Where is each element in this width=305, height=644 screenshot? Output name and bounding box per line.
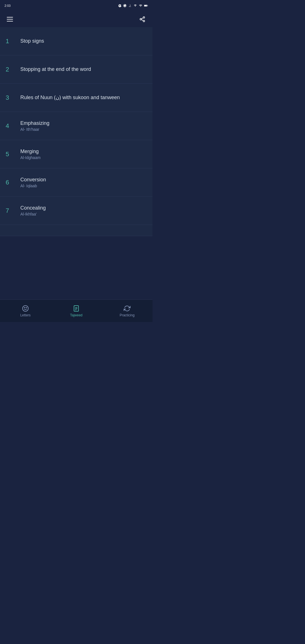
- nav-item-tajweed[interactable]: Tajweed: [65, 305, 88, 317]
- item-content: Stopping at the end of the word: [20, 66, 147, 73]
- menu-line-2: [7, 19, 13, 19]
- nav-label-letters: Letters: [20, 313, 31, 317]
- wifi-icon: [133, 4, 137, 7]
- item-number: 5: [6, 151, 16, 158]
- letters-icon: [22, 305, 29, 312]
- vpn-icon: [123, 4, 127, 7]
- list-item[interactable]: 2 Stopping at the end of the word: [0, 55, 152, 84]
- item-content: Concealing Al-Ikhfaa': [20, 205, 147, 216]
- item-title: Stop signs: [20, 38, 147, 44]
- book-icon: [73, 305, 80, 312]
- item-title: Concealing: [20, 205, 147, 211]
- svg-line-7: [141, 18, 143, 19]
- refresh-icon: [123, 305, 131, 312]
- item-content: Rules of Nuun (ن) with sukoon and tanwee…: [20, 94, 147, 101]
- item-number: 3: [6, 94, 16, 101]
- item-number: 1: [6, 38, 16, 45]
- list-item[interactable]: 4 Emphasizing Al- Ith'haar: [0, 112, 152, 140]
- share-button[interactable]: [137, 14, 148, 25]
- item-subtitle: Al- Iqlaab: [20, 184, 147, 188]
- item-content: Emphasizing Al- Ith'haar: [20, 120, 147, 132]
- item-subtitle: Al-Ikhfaa': [20, 212, 147, 216]
- app-bar: [0, 11, 152, 27]
- signal-icon: [139, 4, 142, 7]
- item-number: 4: [6, 122, 16, 130]
- nav-label-practicing: Practicing: [120, 313, 135, 317]
- download-icon: [128, 4, 132, 7]
- list-item[interactable]: 7 Concealing Al-Ikhfaa': [0, 197, 152, 225]
- bottom-nav: Letters Tajweed Practicing: [0, 299, 152, 322]
- main-content: 1 Stop signs 2 Stopping at the end of th…: [0, 27, 152, 322]
- list-item[interactable]: 1 Stop signs: [0, 27, 152, 55]
- item-title: Stopping at the end of the word: [20, 66, 147, 73]
- item-title: Conversion: [20, 177, 147, 183]
- nav-label-tajweed: Tajweed: [70, 313, 82, 317]
- status-bar: 2:03: [0, 0, 152, 11]
- item-number: 6: [6, 179, 16, 186]
- item-number: 2: [6, 66, 16, 73]
- svg-point-9: [26, 307, 27, 308]
- nav-item-letters[interactable]: Letters: [14, 305, 37, 317]
- list-item[interactable]: 3 Rules of Nuun (ن) with sukoon and tanw…: [0, 84, 152, 112]
- status-icons: [118, 4, 148, 7]
- item-content: Merging Al-Idghaam: [20, 148, 147, 160]
- svg-point-8: [24, 307, 25, 308]
- status-time: 2:03: [5, 4, 10, 7]
- share-icon: [139, 16, 145, 22]
- menu-line-3: [7, 21, 13, 21]
- svg-rect-2: [144, 5, 147, 6]
- item-content: Stop signs: [20, 38, 147, 44]
- list-container: 1 Stop signs 2 Stopping at the end of th…: [0, 27, 152, 322]
- menu-line-1: [7, 17, 13, 18]
- item-title: Merging: [20, 148, 147, 155]
- svg-rect-1: [147, 5, 148, 6]
- settings-icon: [118, 4, 121, 7]
- menu-button[interactable]: [5, 14, 16, 25]
- battery-icon: [144, 4, 148, 7]
- item-subtitle: Al- Ith'haar: [20, 127, 147, 132]
- item-subtitle: Al-Idghaam: [20, 155, 147, 160]
- svg-line-6: [141, 19, 143, 21]
- list-item[interactable]: 6 Conversion Al- Iqlaab: [0, 168, 152, 197]
- item-title: Emphasizing: [20, 120, 147, 127]
- item-title: Rules of Nuun (ن) with sukoon and tanwee…: [20, 94, 147, 101]
- item-number: 7: [6, 207, 16, 214]
- list-item[interactable]: 5 Merging Al-Idghaam: [0, 140, 152, 168]
- list-item-partial: [0, 225, 152, 236]
- nav-item-practicing[interactable]: Practicing: [116, 305, 138, 317]
- item-content: Conversion Al- Iqlaab: [20, 177, 147, 188]
